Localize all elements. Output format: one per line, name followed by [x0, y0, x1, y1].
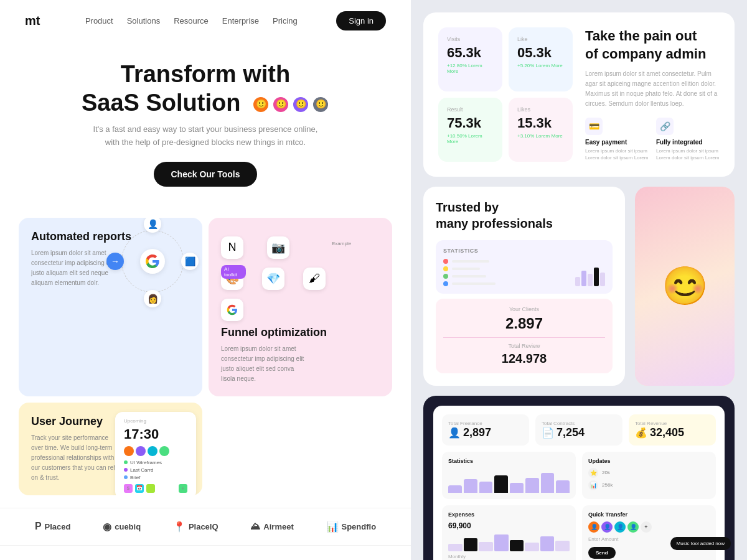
t-av-2: 👤 — [601, 521, 613, 533]
feature-integrated: 🔗 Fully integrated Lorem ipsum dolor sit… — [656, 118, 720, 161]
stat-visits-label: Visits — [447, 36, 494, 42]
dash-freelance-value: 2,897 — [463, 426, 491, 439]
stat-visits: Visits 65.3k +12.80% Lorem More — [438, 27, 502, 91]
task-dot-1 — [124, 460, 128, 464]
left-panel: mt Product Solutions Resource Enterprise… — [0, 0, 411, 560]
orbit-visual: 👤 👩 → 🟦 — [115, 224, 190, 299]
journey-text: Track your site performance over time. W… — [31, 433, 118, 483]
update-icon-2: 📊 — [588, 480, 598, 490]
funnel-text-area: Funnel optimization Lorem ipsum dolor si… — [221, 326, 380, 384]
ai-badge: AI toolkit — [221, 265, 246, 279]
funnel-card: N 📷 Example 🎨 AI toolkit 💎 🖌 — [209, 218, 392, 396]
dash-freelance-val-wrap: 👤 2,897 — [448, 426, 523, 439]
reviews-value: 124.978 — [443, 352, 605, 366]
upcoming-time: 17:30 — [124, 426, 187, 442]
admin-text: Take the pain outof company admin Lorem … — [585, 27, 720, 162]
dash-revenue-val-wrap: 💰 32,405 — [635, 426, 710, 439]
upcoming-avatars — [124, 446, 187, 456]
funnel-icons-row2: 🎨 AI toolkit 💎 🖌 — [221, 268, 380, 290]
automated-reports-text: Lorem ipsum dolor sit amet consectetur i… — [31, 248, 118, 288]
figma-icon: 🎨 AI toolkit — [221, 268, 243, 290]
dash-updates-title: Updates — [588, 458, 710, 464]
placed-icon: P — [35, 521, 42, 532]
mini-bar-4 — [594, 268, 599, 286]
nav-product[interactable]: Product — [85, 16, 113, 26]
signin-button[interactable]: Sign in — [336, 11, 386, 30]
payment-feature-icon: 💳 — [585, 118, 603, 135]
exp-bar-5 — [510, 540, 524, 551]
admin-features: 💳 Easy payment Lorem ipsum dolor sit ips… — [585, 118, 720, 161]
dash-stats-row: Total Freelance 👤 2,897 Total Contracts … — [442, 414, 716, 446]
nav-solutions[interactable]: Solutions — [127, 16, 160, 26]
dash-revenue: Total Revenue 💰 32,405 — [629, 414, 716, 446]
dash-revenue-value: 32,405 — [650, 426, 684, 439]
t-av-1: 👤 — [588, 521, 599, 533]
dashboard-section: Total Freelance 👤 2,897 Total Contracts … — [423, 396, 735, 560]
stat-result: Result 75.3k +10.50% Lorem More — [438, 98, 502, 162]
notion-icon: N — [221, 236, 243, 259]
mini-bar-chart — [575, 268, 605, 286]
task-2: Last Carrd — [124, 467, 187, 473]
dash-expenses-title: Expenses — [448, 511, 570, 518]
logo-spendflo: 📊Spendflo — [326, 521, 377, 533]
bar-row-1 — [452, 260, 489, 263]
bar-row-4 — [452, 282, 496, 285]
nav-resource[interactable]: Resource — [174, 16, 209, 26]
send-button[interactable]: Send — [588, 547, 616, 559]
review-section: Total Review 124.978 — [443, 337, 605, 366]
clients-label: Your Clients — [443, 306, 605, 312]
clients-value: 2.897 — [443, 315, 605, 332]
dash-bottom-row: Expenses 69,900 Monthly Qu — [442, 505, 716, 560]
logo: mt — [25, 14, 40, 28]
ui-icon: 🖌 — [303, 268, 326, 290]
stats-mini-card: STATISTICS — [436, 240, 613, 294]
avatar-4: 🙂 — [312, 96, 329, 113]
stat-result-change: +10.50% Lorem More — [447, 133, 494, 144]
stat-likes-label: Likes — [517, 106, 564, 113]
stat-like-change: +5.20% Lorem More — [517, 63, 564, 68]
photo-placeholder: 😊 — [635, 187, 735, 386]
placeiq-icon: 📍 — [173, 521, 186, 533]
dash-revenue-label: Total Revenue — [635, 421, 710, 426]
upcoming-widget: Upcoming 17:30 UI Wireframes Last Carrd … — [115, 412, 196, 495]
t-av-add[interactable]: + — [641, 521, 652, 533]
integrated-feature-desc: Lorem ipsum dolor sit ipsum Lorem dolor … — [656, 147, 720, 161]
icon-3 — [146, 484, 155, 493]
tiny-avatar-2 — [136, 446, 146, 456]
stats-mini-title: STATISTICS — [443, 248, 605, 254]
dot-yellow — [443, 266, 448, 271]
upcoming-label: Upcoming — [124, 418, 187, 424]
dash-freelance-label: Total Freelance — [448, 421, 523, 426]
payment-feature-desc: Lorem ipsum dolor sit ipsum Lorem dolor … — [585, 147, 649, 161]
integrated-feature-title: Fully integrated — [656, 139, 720, 146]
nav-enterprise[interactable]: Enterprise — [222, 16, 259, 26]
mini-bar-3 — [588, 274, 593, 286]
admin-stats-grid: Visits 65.3k +12.80% Lorem More Like 05.… — [438, 27, 573, 162]
task-dot-2 — [124, 468, 128, 472]
exp-bar-7 — [540, 536, 555, 551]
orbit-center-google — [140, 249, 165, 274]
navigation: mt Product Solutions Resource Enterprise… — [0, 0, 411, 42]
add-icon[interactable]: + — [179, 484, 187, 493]
expenses-value: 69,900 — [448, 521, 570, 530]
nav-pricing[interactable]: Pricing — [273, 16, 298, 26]
mini-bar-5 — [600, 273, 605, 286]
stats-row-3 — [443, 274, 496, 279]
stat-bar-1 — [448, 485, 462, 493]
trusted-section: Trusted bymany professionals STATISTICS — [423, 187, 735, 386]
hero-emojis: 🙂 🙂 🙂 🙂 — [252, 96, 329, 113]
t-av-4: 👤 — [627, 521, 639, 533]
hero-cta-button[interactable]: Check Our Tools — [154, 162, 258, 187]
automated-reports-visual: 👤 👩 → 🟦 — [115, 224, 196, 299]
stat-visits-value: 65.3k — [447, 45, 494, 61]
transfer-title: Quick Transfer — [588, 511, 710, 518]
admin-desc: Lorem ipsum dolor sit amet consectetur. … — [585, 69, 720, 109]
funnel-title: Funnel optimization — [221, 326, 380, 339]
integrations-section: Integrated withthe tools you love LEARN … — [0, 545, 411, 560]
dash-contracts-icon: 📄 — [542, 427, 554, 439]
exp-bar-4 — [494, 534, 509, 551]
dash-freelance: Total Freelance 👤 2,897 — [442, 414, 529, 446]
stat-like: Like 05.3k +5.20% Lorem More — [509, 27, 573, 91]
camera-icon: 📷 — [267, 236, 289, 259]
mini-bar-1 — [575, 277, 580, 286]
